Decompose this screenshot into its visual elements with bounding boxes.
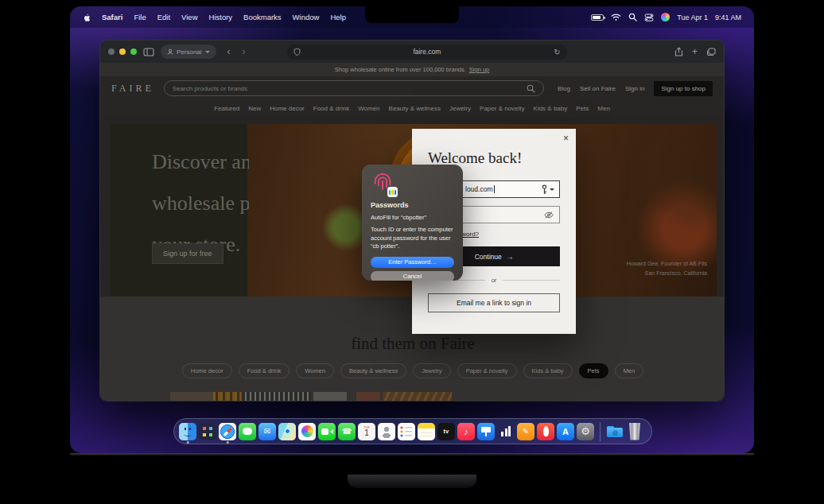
product-image — [213, 392, 242, 401]
dock-settings-icon[interactable]: ⚙ — [577, 423, 594, 440]
dock-calendar-icon[interactable]: TUE1 — [358, 423, 375, 440]
dock-app-store-icon[interactable]: A — [557, 423, 574, 440]
hero-caption: Howard Gee, Founder of AB Fits San Franc… — [627, 259, 707, 278]
pill-pets-selected[interactable]: Pets — [579, 363, 608, 378]
siri-icon[interactable] — [661, 13, 670, 21]
zoom-window-button[interactable] — [130, 48, 137, 55]
nav-beauty-wellness[interactable]: Beauty & wellness — [389, 105, 441, 112]
sign-in-link[interactable]: Sign in — [625, 85, 644, 92]
promo-signup-link[interactable]: Sign up — [469, 66, 489, 73]
menu-item-history[interactable]: History — [209, 13, 233, 21]
pill-beauty-wellness[interactable]: Beauty & wellness — [340, 363, 406, 378]
menu-item-edit[interactable]: Edit — [157, 13, 170, 21]
nav-pets[interactable]: Pets — [576, 105, 589, 112]
pill-kids-baby[interactable]: Kids & baby — [523, 363, 573, 378]
menu-item-view[interactable]: View — [181, 13, 197, 21]
menu-item-bookmarks[interactable]: Bookmarks — [243, 13, 282, 21]
address-bar[interactable]: faire.com ↻ — [287, 45, 567, 60]
close-window-button[interactable] — [108, 48, 115, 55]
control-center-icon[interactable] — [644, 14, 654, 21]
apple-menu-icon[interactable] — [83, 13, 91, 22]
back-button[interactable]: ‹ — [227, 47, 231, 56]
dock-pages-icon[interactable]: ✎ — [517, 423, 534, 440]
dock-music-icon[interactable]: ♪ — [457, 423, 475, 440]
site-header: FAIRE Search products or brands Blog Sel… — [100, 76, 724, 100]
dock-facetime-icon[interactable] — [318, 423, 336, 440]
dock-notes-icon[interactable] — [418, 423, 435, 440]
dock-rocket-icon[interactable] — [537, 423, 554, 440]
dock-messages-icon[interactable] — [239, 423, 256, 440]
privacy-shield-icon[interactable] — [293, 48, 301, 56]
dock-maps-icon[interactable] — [278, 423, 296, 440]
enter-password-button[interactable]: Enter Password… — [371, 257, 454, 268]
nav-featured[interactable]: Featured — [214, 105, 239, 112]
dock-launchpad-icon[interactable] — [199, 423, 216, 440]
nav-men[interactable]: Men — [597, 105, 610, 112]
menu-item-safari[interactable]: Safari — [102, 13, 122, 21]
pill-paper-novelty[interactable]: Paper & novelty — [457, 363, 517, 378]
search-icon[interactable] — [527, 84, 535, 93]
email-value: loud.com — [465, 185, 495, 193]
pill-men[interactable]: Men — [615, 363, 644, 378]
dock-contacts-icon[interactable] — [378, 423, 395, 440]
dock-finder-icon[interactable] — [179, 423, 196, 440]
laptop-edge — [70, 453, 754, 456]
dock-phone-icon[interactable]: ☎ — [338, 423, 356, 440]
dock-mail-icon[interactable]: ✉ — [258, 423, 276, 440]
share-icon[interactable] — [674, 47, 683, 56]
pill-jewelry[interactable]: Jewelry — [413, 363, 450, 378]
nav-paper-novelty[interactable]: Paper & novelty — [480, 105, 524, 112]
nav-new[interactable]: New — [248, 105, 261, 112]
camera-notch — [365, 6, 459, 23]
profile-switcher[interactable]: Personal — [161, 45, 216, 59]
nav-jewelry[interactable]: Jewelry — [449, 105, 471, 112]
category-pills: Home decor Food & drink Women Beauty & w… — [100, 363, 724, 378]
menu-item-file[interactable]: File — [134, 13, 146, 21]
nav-food-drink[interactable]: Food & drink — [313, 105, 349, 112]
menu-item-window[interactable]: Window — [293, 13, 320, 21]
reload-icon[interactable]: ↻ — [554, 48, 560, 56]
email-link-button[interactable]: Email me a link to sign in — [428, 293, 560, 312]
search-input[interactable]: Search products or brands — [164, 80, 544, 96]
dock-downloads-folder-icon[interactable] — [606, 423, 624, 440]
cancel-button[interactable]: Cancel — [371, 271, 454, 281]
spotlight-search-icon[interactable] — [628, 13, 637, 21]
faire-logo[interactable]: FAIRE — [111, 83, 154, 95]
nav-kids-baby[interactable]: Kids & baby — [534, 105, 568, 112]
menubar-time[interactable]: 9:41 AM — [715, 14, 741, 21]
minimize-window-button[interactable] — [119, 48, 126, 55]
nav-home-decor[interactable]: Home decor — [270, 105, 305, 112]
nav-women[interactable]: Women — [358, 105, 379, 112]
product-image — [356, 392, 380, 401]
dock-separator — [600, 422, 601, 441]
close-icon[interactable]: × — [563, 134, 569, 143]
dock-safari-icon[interactable] — [219, 423, 236, 440]
passwords-autofill-key-icon[interactable] — [541, 184, 554, 195]
touch-id-body-text: Touch ID or enter the computer account p… — [371, 226, 454, 251]
dock-reminders-icon[interactable] — [398, 423, 415, 440]
pill-food-drink[interactable]: Food & drink — [239, 363, 290, 378]
arrow-right-icon: → — [507, 253, 514, 261]
new-tab-icon[interactable]: + — [692, 46, 698, 57]
dock-photos-icon[interactable] — [298, 423, 316, 440]
menubar-date[interactable]: Tue Apr 1 — [677, 14, 708, 21]
sign-up-to-shop-button[interactable]: Sign up to shop — [654, 81, 713, 96]
blog-link[interactable]: Blog — [558, 85, 570, 92]
sell-on-faire-link[interactable]: Sell on Faire — [580, 85, 616, 92]
sidebar-icon[interactable] — [143, 48, 154, 56]
battery-icon[interactable] — [591, 14, 604, 21]
dock: ✉ ☎ TUE1 tv ♪ ✎ A ⚙ — [173, 418, 652, 444]
tab-overview-icon[interactable] — [706, 48, 716, 56]
dock-numbers-icon[interactable] — [497, 423, 515, 440]
product-image — [383, 392, 452, 401]
pill-home-decor[interactable]: Home decor — [182, 363, 232, 378]
menu-item-help[interactable]: Help — [330, 13, 346, 21]
pill-women[interactable]: Women — [296, 363, 334, 378]
forward-button[interactable]: › — [243, 47, 246, 56]
sign-up-free-button[interactable]: Sign up for free — [152, 243, 223, 264]
dock-keynote-icon[interactable] — [477, 423, 495, 440]
dock-trash-icon[interactable] — [626, 423, 643, 440]
dock-tv-icon[interactable]: tv — [437, 423, 455, 440]
show-password-eye-icon[interactable] — [544, 211, 554, 219]
wifi-icon[interactable] — [611, 13, 621, 21]
